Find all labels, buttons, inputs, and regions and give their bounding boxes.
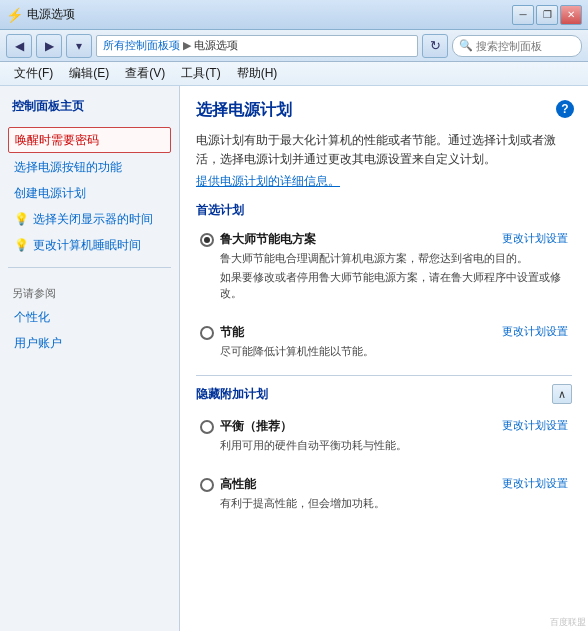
plan-change-link-ludashibalance[interactable]: 更改计划设置 [502, 231, 568, 246]
title-controls: ─ ❐ ✕ [512, 5, 582, 25]
plan-item-ludashibalance: 鲁大师节能电方案 更改计划设置 鲁大师节能电合理调配计算机电源方案，帮您达到省电… [196, 225, 572, 308]
plan-header-balanced: 平衡（推荐） 更改计划设置 [200, 418, 568, 435]
menu-view[interactable]: 查看(V) [117, 63, 173, 84]
sidebar-item-user-accounts[interactable]: 用户账户 [8, 331, 171, 355]
sidebar-item-wake-password[interactable]: 唤醒时需要密码 [8, 127, 171, 153]
collapse-button[interactable]: ∧ [552, 384, 572, 404]
plan-desc1-balanced: 利用可用的硬件自动平衡功耗与性能。 [220, 437, 568, 454]
sidebar-item-personalize[interactable]: 个性化 [8, 305, 171, 329]
title-bar: ⚡ 电源选项 ─ ❐ ✕ [0, 0, 588, 30]
breadcrumb-home[interactable]: 所有控制面板项 [103, 38, 180, 53]
content-area: ? 选择电源计划 电源计划有助于最大化计算机的性能或者节能。通过选择计划或者激活… [180, 86, 588, 631]
radio-energy-save[interactable] [200, 326, 214, 340]
hidden-section-title: 隐藏附加计划 [196, 386, 268, 403]
plan-desc2-ludashibalance: 如果要修改或者停用鲁大师节能电源方案，请在鲁大师程序中设置或修改。 [220, 269, 568, 302]
radio-balanced[interactable] [200, 420, 214, 434]
hidden-section-header: 隐藏附加计划 ∧ [196, 375, 572, 404]
plan-desc1-energy-save: 尽可能降低计算机性能以节能。 [220, 343, 568, 360]
breadcrumb: 所有控制面板项 ▶ 电源选项 [96, 35, 418, 57]
dropdown-button[interactable]: ▾ [66, 34, 92, 58]
plan-name-energy-save: 节能 [220, 324, 496, 341]
sleep-icon: 💡 [14, 236, 29, 254]
content-description: 电源计划有助于最大化计算机的性能或者节能。通过选择计划或者激活，选择电源计划并通… [196, 131, 572, 169]
hidden-section: 隐藏附加计划 ∧ 平衡（推荐） 更改计划设置 利用可用的硬件自动平衡功耗与性能。… [196, 375, 572, 517]
breadcrumb-sep: ▶ [183, 39, 191, 52]
radio-ludashibalance[interactable] [200, 233, 214, 247]
plan-change-link-balanced[interactable]: 更改计划设置 [502, 418, 568, 433]
plan-desc1-ludashibalance: 鲁大师节能电合理调配计算机电源方案，帮您达到省电的目的。 [220, 250, 568, 267]
search-icon: 🔍 [459, 39, 473, 52]
breadcrumb-current: 电源选项 [194, 38, 238, 53]
sidebar-item-create-plan[interactable]: 创建电源计划 [8, 181, 171, 205]
page-title: 选择电源计划 [196, 100, 572, 121]
display-icon: 💡 [14, 210, 29, 228]
restore-button[interactable]: ❐ [536, 5, 558, 25]
watermark: 百度联盟 [548, 614, 588, 631]
sidebar-title: 控制面板主页 [8, 96, 171, 117]
menu-edit[interactable]: 编辑(E) [61, 63, 117, 84]
forward-button[interactable]: ▶ [36, 34, 62, 58]
plan-header-ludashibalance: 鲁大师节能电方案 更改计划设置 [200, 231, 568, 248]
menu-bar: 文件(F) 编辑(E) 查看(V) 工具(T) 帮助(H) [0, 62, 588, 86]
menu-tools[interactable]: 工具(T) [173, 63, 228, 84]
window-icon: ⚡ [6, 7, 23, 23]
sidebar-item-power-button[interactable]: 选择电源按钮的功能 [8, 155, 171, 179]
sidebar: 控制面板主页 唤醒时需要密码 选择电源按钮的功能 创建电源计划 💡 选择关闭显示… [0, 86, 180, 631]
main-layout: 控制面板主页 唤醒时需要密码 选择电源按钮的功能 创建电源计划 💡 选择关闭显示… [0, 86, 588, 631]
see-also-title: 另请参阅 [8, 284, 171, 303]
window-title: 电源选项 [27, 6, 75, 23]
close-button[interactable]: ✕ [560, 5, 582, 25]
more-info-link[interactable]: 提供电源计划的详细信息。 [196, 174, 340, 188]
preferred-section-header: 首选计划 [196, 202, 572, 219]
plan-name-balanced: 平衡（推荐） [220, 418, 496, 435]
sidebar-divider [8, 267, 171, 268]
plan-item-high-perf: 高性能 更改计划设置 有利于提高性能，但会增加功耗。 [196, 470, 572, 518]
plan-name-ludashibalance: 鲁大师节能电方案 [220, 231, 496, 248]
plan-change-link-energy-save[interactable]: 更改计划设置 [502, 324, 568, 339]
minimize-button[interactable]: ─ [512, 5, 534, 25]
refresh-button[interactable]: ↻ [422, 34, 448, 58]
sidebar-item-sleep-time[interactable]: 💡 更改计算机睡眠时间 [8, 233, 171, 257]
plan-header-energy-save: 节能 更改计划设置 [200, 324, 568, 341]
radio-high-perf[interactable] [200, 478, 214, 492]
back-button[interactable]: ◀ [6, 34, 32, 58]
menu-help[interactable]: 帮助(H) [229, 63, 286, 84]
sidebar-item-display-off[interactable]: 💡 选择关闭显示器的时间 [8, 207, 171, 231]
title-bar-left: ⚡ 电源选项 [6, 6, 75, 23]
plan-header-high-perf: 高性能 更改计划设置 [200, 476, 568, 493]
plan-item-energy-save: 节能 更改计划设置 尽可能降低计算机性能以节能。 [196, 318, 572, 366]
plan-change-link-high-perf[interactable]: 更改计划设置 [502, 476, 568, 491]
plan-item-balanced: 平衡（推荐） 更改计划设置 利用可用的硬件自动平衡功耗与性能。 [196, 412, 572, 460]
plan-name-high-perf: 高性能 [220, 476, 496, 493]
address-bar: ◀ ▶ ▾ 所有控制面板项 ▶ 电源选项 ↻ 🔍 [0, 30, 588, 62]
search-box: 🔍 [452, 35, 582, 57]
search-input[interactable] [476, 40, 575, 52]
menu-file[interactable]: 文件(F) [6, 63, 61, 84]
plan-desc1-high-perf: 有利于提高性能，但会增加功耗。 [220, 495, 568, 512]
help-icon-button[interactable]: ? [556, 100, 574, 118]
